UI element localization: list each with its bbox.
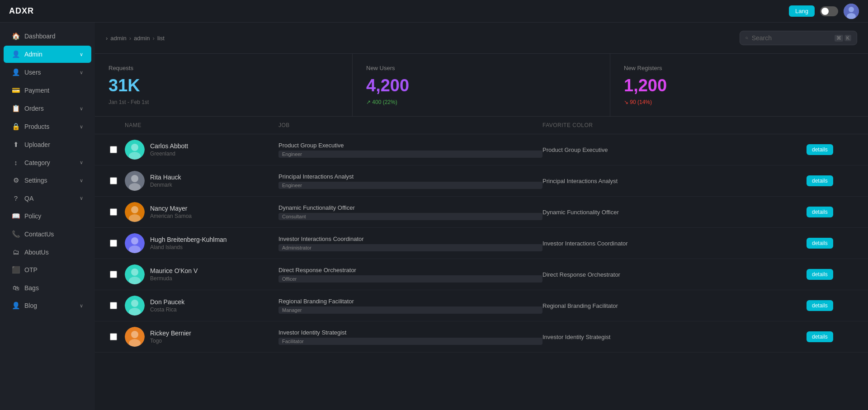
stats-row: Requests 31K Jan 1st - Feb 1st New Users… (95, 54, 868, 117)
user-name-4: Maurice O'Kon V (150, 267, 198, 274)
details-btn-2[interactable]: details (807, 207, 833, 217)
svg-point-12 (131, 206, 138, 213)
stat-newusers-change: ↗ 400 (22%) (366, 99, 397, 105)
theme-toggle[interactable] (820, 6, 838, 16)
policy-label: Policy (24, 212, 83, 220)
qa-label: QA (24, 195, 75, 202)
breadcrumb-admin2[interactable]: admin (134, 35, 150, 42)
user-info-5: Don Paucek Costa Rica (150, 298, 184, 313)
contactus-icon: 📞 (12, 230, 20, 238)
details-btn-5[interactable]: details (807, 300, 833, 311)
details-btn-1[interactable]: details (807, 175, 833, 186)
sidebar-item-bags[interactable]: 🛍 Bags (4, 279, 91, 296)
sidebar-item-contactus[interactable]: 📞 ContactUs (4, 226, 91, 243)
search-input[interactable] (752, 34, 831, 42)
stat-newreg-value: 1,200 (624, 76, 854, 95)
row-checkbox-2[interactable] (110, 208, 117, 216)
action-col-5: details (807, 300, 861, 311)
orders-label: Orders (24, 105, 75, 112)
content-header: › admin › admin › list ⌘ K (95, 23, 868, 54)
favorite-col-4: Direct Response Orchestrator (542, 271, 807, 278)
table-container: Name Job Favorite Color Carlos Abbott Gr… (95, 117, 868, 410)
user-info-2: Nancy Mayer American Samoa (150, 205, 192, 219)
job-title-2: Dynamic Functionality Officer (278, 204, 542, 211)
sidebar-item-dashboard[interactable]: 🏠 Dashboard (4, 28, 91, 45)
row-checkbox-3[interactable] (110, 240, 117, 247)
products-chevron: ∨ (80, 124, 83, 130)
checkbox-cell (102, 302, 125, 309)
user-name-0: Carlos Abbott (150, 142, 188, 150)
sidebar-item-category[interactable]: ↕ Category ∨ (4, 154, 91, 171)
job-title-3: Investor Interactions Coordinator (278, 236, 542, 242)
table-header: Name Job Favorite Color (95, 117, 868, 134)
user-cell: Rickey Bernier Togo (125, 327, 278, 347)
topbar-right: Lang (789, 4, 859, 19)
sidebar-item-payment[interactable]: 💳 Payment (4, 82, 91, 99)
search-box: ⌘ K (740, 31, 857, 45)
row-checkbox-4[interactable] (110, 271, 117, 278)
details-btn-6[interactable]: details (807, 331, 833, 342)
sidebar-item-settings[interactable]: ⚙ Settings ∨ (4, 172, 91, 189)
stat-newusers-sub: ↗ 400 (22%) (366, 99, 596, 105)
breadcrumb-admin1[interactable]: admin (110, 35, 126, 42)
svg-point-18 (131, 269, 138, 276)
svg-line-4 (747, 38, 748, 39)
job-col-1: Principal Interactions Analyst Engineer (278, 173, 542, 189)
row-checkbox-5[interactable] (110, 302, 117, 309)
sidebar-item-qa[interactable]: ? QA ∨ (4, 190, 91, 207)
user-name-2: Nancy Mayer (150, 205, 192, 212)
favorite-col-2: Dynamic Functionality Officer (542, 209, 807, 216)
user-avatar-1 (125, 171, 145, 191)
orders-chevron: ∨ (80, 106, 83, 112)
user-cell: Maurice O'Kon V Bermuda (125, 264, 278, 284)
admin-icon: 👤 (12, 50, 20, 58)
category-icon: ↕ (12, 159, 20, 166)
user-country-4: Bermuda (150, 275, 198, 282)
details-btn-0[interactable]: details (807, 144, 833, 155)
bags-label: Bags (24, 284, 83, 292)
stat-requests-sub: Jan 1st - Feb 1st (108, 99, 339, 105)
row-checkbox-0[interactable] (110, 146, 117, 153)
sidebar-item-uploader[interactable]: ⬆ Uploader (4, 136, 91, 153)
job-title-6: Investor Identity Strategist (278, 329, 542, 336)
lang-button[interactable]: Lang (789, 5, 815, 17)
row-checkbox-6[interactable] (110, 333, 117, 340)
aboutus-label: AboutUs (24, 249, 83, 256)
action-col-4: details (807, 269, 861, 280)
table-row: Carlos Abbott Greenland Product Group Ex… (95, 134, 868, 165)
sidebar-item-blog[interactable]: 👤 Blog ∨ (4, 297, 91, 314)
breadcrumb-chevron: › (106, 35, 108, 42)
checkbox-cell (102, 333, 125, 340)
job-badge-6: Facilitator (278, 338, 542, 345)
main-layout: 🏠 Dashboard 👤 Admin ∨ 👤 Users ∨ 💳 Paymen… (0, 23, 868, 410)
checkbox-cell (102, 208, 125, 216)
job-badge-0: Engineer (278, 151, 542, 158)
sidebar-item-products[interactable]: 🔒 Products ∨ (4, 118, 91, 135)
user-avatar[interactable] (844, 4, 859, 19)
details-btn-4[interactable]: details (807, 269, 833, 280)
breadcrumb-sep2: › (153, 35, 155, 42)
favorite-col-5: Regional Branding Facilitator (542, 302, 807, 309)
sidebar-item-orders[interactable]: 📋 Orders ∨ (4, 100, 91, 117)
sidebar-item-admin[interactable]: 👤 Admin ∨ (4, 46, 91, 63)
sidebar-item-otp[interactable]: ⬛ OTP (4, 261, 91, 278)
user-country-3: Aland Islands (150, 244, 227, 250)
job-col-0: Product Group Executive Engineer (278, 142, 542, 158)
content: › admin › admin › list ⌘ K (95, 23, 868, 410)
dashboard-label: Dashboard (24, 33, 83, 40)
sidebar-item-users[interactable]: 👤 Users ∨ (4, 64, 91, 81)
admin-chevron: ∨ (80, 52, 83, 57)
settings-chevron: ∨ (80, 178, 83, 184)
users-icon: 👤 (12, 68, 20, 76)
user-info-4: Maurice O'Kon V Bermuda (150, 267, 198, 282)
user-cell: Carlos Abbott Greenland (125, 140, 278, 160)
payment-label: Payment (24, 87, 83, 94)
user-cell: Hugh Breitenberg-Kuhlman Aland Islands (125, 233, 278, 253)
checkbox-cell (102, 146, 125, 153)
sidebar-item-aboutus[interactable]: 🗂 AboutUs (4, 244, 91, 260)
job-col-4: Direct Response Orchestrator Officer (278, 267, 542, 283)
sidebar-item-policy[interactable]: 📖 Policy (4, 207, 91, 225)
row-checkbox-1[interactable] (110, 177, 117, 184)
details-btn-3[interactable]: details (807, 238, 833, 249)
user-cell: Don Paucek Costa Rica (125, 296, 278, 316)
